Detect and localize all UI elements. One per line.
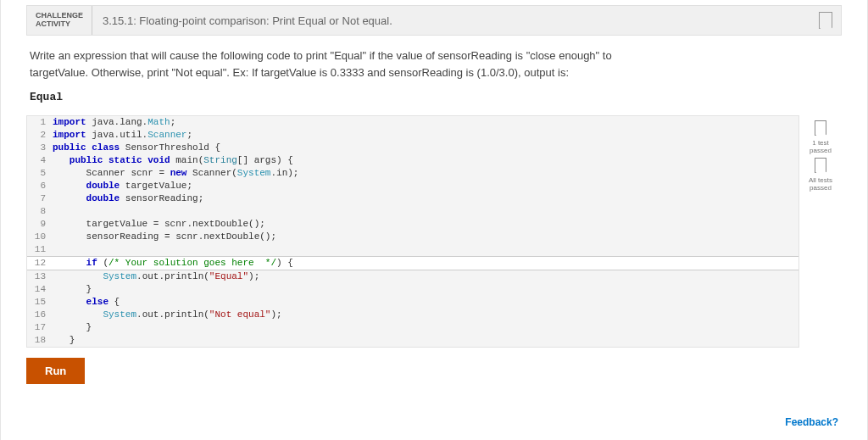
code-line[interactable]: 13 System.out.println("Equal"); (27, 270, 798, 283)
line-number: 14 (27, 283, 53, 296)
code-text[interactable]: System.out.println("Not equal"); (53, 309, 798, 321)
code-line[interactable]: 16 System.out.println("Not equal"); (27, 309, 798, 321)
code-line[interactable]: 12 if (/* Your solution goes here */) { (27, 256, 798, 270)
code-text[interactable] (53, 205, 798, 218)
code-text[interactable]: sensorReading = scnr.nextDouble(); (53, 231, 798, 243)
code-text[interactable]: import java.lang.Math; (53, 116, 798, 129)
bookmark-icon[interactable] (819, 12, 832, 29)
code-line[interactable]: 3public class SensorThreshold { (27, 142, 798, 154)
line-number: 5 (27, 167, 53, 180)
line-number: 17 (27, 321, 53, 334)
code-text[interactable]: import java.util.Scanner; (53, 129, 798, 142)
line-number: 10 (27, 231, 53, 243)
code-text[interactable]: } (53, 321, 798, 334)
code-line[interactable]: 9 targetValue = scnr.nextDouble(); (27, 218, 798, 231)
challenge-badge: CHALLENGE ACTIVITY (27, 6, 92, 35)
line-number: 13 (27, 270, 53, 283)
code-text[interactable] (53, 243, 798, 256)
code-text[interactable]: Scanner scnr = new Scanner(System.in); (53, 167, 798, 180)
all-tests-icon (815, 158, 826, 173)
badge-line2: ACTIVITY (36, 20, 83, 29)
code-text[interactable]: public static void main(String[] args) { (53, 154, 798, 167)
code-text[interactable]: if (/* Your solution goes here */) { (53, 257, 798, 270)
code-text[interactable]: public class SensorThreshold { (53, 142, 798, 154)
challenge-title: 3.15.1: Floating-point comparison: Print… (92, 14, 819, 27)
code-text[interactable]: else { (53, 296, 798, 309)
expected-output: Equal (26, 86, 842, 115)
code-line[interactable]: 17 } (27, 321, 798, 334)
code-line[interactable]: 1import java.lang.Math; (27, 116, 798, 129)
test-status-icon (815, 120, 826, 136)
line-number: 4 (27, 154, 53, 167)
line-number: 9 (27, 218, 53, 231)
code-text[interactable]: double sensorReading; (53, 192, 798, 205)
line-number: 18 (27, 334, 53, 347)
code-text[interactable]: } (53, 334, 798, 347)
line-number: 6 (27, 180, 53, 192)
editor-row: 1import java.lang.Math;2import java.util… (26, 115, 842, 348)
challenge-header: CHALLENGE ACTIVITY 3.15.1: Floating-poin… (26, 5, 842, 36)
code-text[interactable]: double targetValue; (53, 180, 798, 192)
code-line[interactable]: 6 double targetValue; (27, 180, 798, 192)
code-line[interactable]: 8 (27, 205, 798, 218)
code-line[interactable]: 18 } (27, 334, 798, 347)
line-number: 11 (27, 243, 53, 256)
line-number: 3 (27, 142, 53, 154)
prompt-text: Write an expression that will cause the … (26, 36, 842, 86)
code-line[interactable]: 14 } (27, 283, 798, 296)
run-button[interactable]: Run (26, 358, 85, 384)
line-number: 7 (27, 192, 53, 205)
line-number: 8 (27, 205, 53, 218)
line-number: 16 (27, 309, 53, 321)
code-line[interactable]: 7 double sensorReading; (27, 192, 798, 205)
code-line[interactable]: 15 else { (27, 296, 798, 309)
test-status-1: 1 test passed (810, 139, 832, 154)
line-number: 2 (27, 129, 53, 142)
line-number: 15 (27, 296, 53, 309)
test-status-sidebar: 1 test passed All tests passed (799, 115, 842, 192)
challenge-panel: CHALLENGE ACTIVITY 3.15.1: Floating-poin… (0, 0, 868, 440)
code-line[interactable]: 10 sensorReading = scnr.nextDouble(); (27, 231, 798, 243)
code-editor[interactable]: 1import java.lang.Math;2import java.util… (26, 115, 799, 348)
code-line[interactable]: 2import java.util.Scanner; (27, 129, 798, 142)
code-line[interactable]: 4 public static void main(String[] args)… (27, 154, 798, 167)
test-status-2: All tests passed (809, 176, 832, 192)
action-row: Run (26, 358, 842, 384)
code-text[interactable]: targetValue = scnr.nextDouble(); (53, 218, 798, 231)
prompt-line2: targetValue. Otherwise, print "Not equal… (30, 64, 838, 81)
prompt-line1: Write an expression that will cause the … (30, 47, 838, 64)
code-line[interactable]: 5 Scanner scnr = new Scanner(System.in); (27, 167, 798, 180)
feedback-link[interactable]: Feedback? (785, 416, 838, 428)
code-line[interactable]: 11 (27, 243, 798, 256)
code-text[interactable]: System.out.println("Equal"); (53, 270, 798, 283)
code-text[interactable]: } (53, 283, 798, 296)
line-number: 12 (27, 257, 53, 270)
line-number: 1 (27, 116, 53, 129)
